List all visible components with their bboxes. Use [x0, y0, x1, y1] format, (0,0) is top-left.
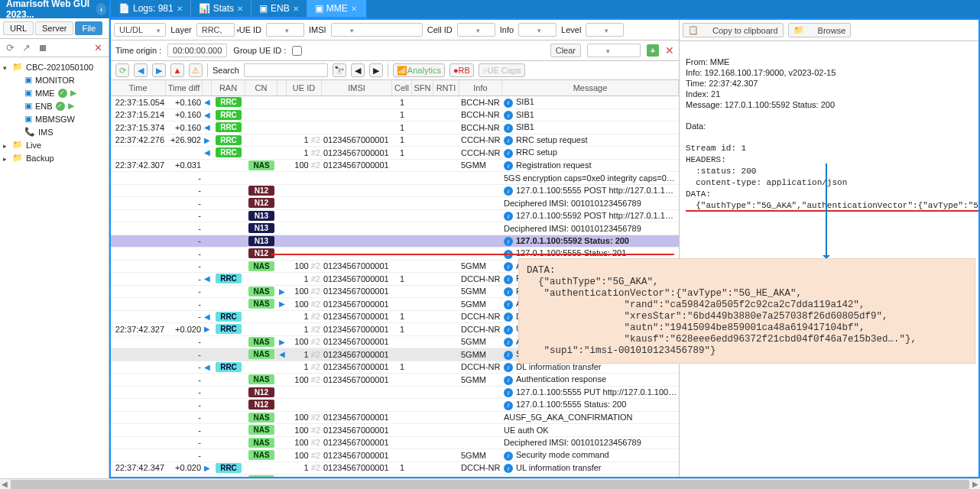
table-row[interactable]: -N12i127.0.1.100:5555 POST http://127.0.… [111, 185, 679, 198]
cellid-filter[interactable] [457, 23, 495, 37]
table-row[interactable]: -NAS100 #2012345670000015GMMiAuthenticat… [111, 374, 679, 387]
close-icon[interactable]: ✕ [237, 5, 243, 13]
table-row[interactable]: -N13Deciphered IMSI: 001010123456789 [111, 222, 679, 235]
table-row[interactable]: -NAS▶100 #2012345670000015GMMiSecurity m… [111, 474, 679, 477]
alert-icon[interactable]: ⚠ [189, 63, 203, 77]
scroll-left-icon[interactable]: ◀ [2, 480, 8, 488]
col-imsi[interactable]: IMSI [322, 80, 392, 96]
next-icon[interactable]: ▶ [152, 63, 166, 77]
table-row[interactable]: -N13i127.0.1.100:5592 Status: 200 [111, 235, 679, 248]
warn-icon[interactable]: ▲ [170, 63, 184, 77]
tree-mme[interactable]: MME ✓ ▶ [3, 86, 109, 99]
close-icon[interactable]: ✕ [351, 5, 357, 13]
detail-panel: 📋 Copy to clipboard 📁 Browse From: MME I… [679, 20, 978, 477]
scroll-right-icon[interactable]: ▶ [972, 480, 978, 488]
server-button[interactable]: Server [35, 21, 73, 35]
clear-target[interactable] [587, 44, 641, 57]
table-row[interactable]: -NAS100 #201234567000001AUSF_5G_AKA_CONF… [111, 412, 679, 425]
search-next-icon[interactable]: ▶ [369, 63, 383, 77]
detail-from: From: MME [686, 57, 729, 66]
app-title-text: Amarisoft Web GUI 2023... [6, 0, 96, 20]
timeorigin-input[interactable]: 00:00:00.000 [167, 44, 227, 57]
add-icon[interactable]: + [647, 44, 659, 57]
prev-icon[interactable]: ◀ [134, 63, 148, 77]
phone-icon: 📞 [24, 127, 35, 137]
col-cell[interactable]: Cell [392, 80, 412, 96]
table-row[interactable]: 22:37:15.374+0.160◀RRC1BCCH-NRiSIB1 [111, 121, 679, 134]
refresh-icon[interactable]: ⟳ [6, 42, 15, 53]
close-icon[interactable]: ✕ [293, 5, 299, 13]
info-filter[interactable] [518, 23, 557, 37]
detail-headers: Stream id: 1 HEADERS: :status: 200 conte… [686, 144, 847, 199]
play-icon: ▶ [68, 101, 74, 111]
stop-icon[interactable]: ⏹ [38, 42, 48, 53]
tab-enb[interactable]: ▣ENB✕ [251, 0, 307, 17]
tree-live[interactable]: Live [26, 141, 41, 150]
delete-icon[interactable]: ✕ [94, 42, 102, 53]
expand-icon[interactable] [3, 154, 9, 163]
table-row[interactable]: 22:37:42.307+0.031NAS100 #20123456700000… [111, 160, 679, 173]
level-filter[interactable] [586, 23, 624, 37]
url-button[interactable]: URL [3, 21, 34, 35]
binoc-icon[interactable]: 🔭 [333, 63, 346, 77]
table-row[interactable]: ◀RRC1 #2012345670000011CCCH-NRiRRC setup [111, 147, 679, 160]
tree-backup[interactable]: Backup [26, 154, 54, 163]
collapse-icon[interactable]: ‹ [96, 3, 106, 15]
tab-logs[interactable]: 📄Logs: 981✕ [111, 0, 191, 17]
col-rnti[interactable]: RNTI [433, 80, 459, 96]
close-icon[interactable]: ✕ [177, 5, 183, 13]
tree-ims[interactable]: 📞IMS [3, 125, 109, 138]
uecaps-button[interactable]: ○ UE Caps [479, 63, 525, 77]
expand-icon[interactable] [3, 63, 9, 72]
search-input[interactable] [244, 63, 328, 77]
copy-button[interactable]: 📋 Copy to clipboard [683, 23, 784, 37]
detail-info: Info: 192.168.100.17:9000, v2023-02-15 [686, 68, 836, 77]
col-ran[interactable]: RAN [212, 80, 245, 96]
col-cn[interactable]: CN [245, 80, 277, 96]
tab-mme[interactable]: ▣MME✕ [307, 0, 365, 17]
imsi-filter[interactable] [331, 23, 423, 37]
clear-button[interactable]: Clear [550, 44, 581, 57]
uldl-filter[interactable]: UL/DL [114, 23, 166, 37]
groupue-checkbox[interactable] [292, 46, 302, 56]
col-info[interactable]: Info [459, 80, 502, 96]
search-prev-icon[interactable]: ◀ [351, 63, 365, 77]
browse-button[interactable]: 📁 Browse [788, 23, 852, 37]
tree-enb[interactable]: ENB ✓ ▶ [3, 99, 109, 112]
table-row[interactable]: -N12Deciphered IMSI: 001010123456789 [111, 197, 679, 210]
table-row[interactable]: -N13i127.0.1.100:5592 POST http://127.0.… [111, 210, 679, 223]
table-row[interactable]: -5GS encryption caps=0xe0 integrity caps… [111, 172, 679, 185]
table-row[interactable]: 22:37:15.214+0.160◀RRC1BCCH-NRiSIB1 [111, 109, 679, 122]
goto-icon[interactable]: ↗ [22, 42, 31, 53]
table-row[interactable]: 22:37:15.054+0.160◀RRC1BCCH-NRiSIB1 [111, 96, 679, 109]
layer-filter[interactable]: RRC, [196, 23, 235, 37]
file-button[interactable]: File [75, 21, 102, 35]
table-row[interactable]: 22:37:42.347+0.020▶RRC1 #201234567000001… [111, 462, 679, 475]
table-row[interactable]: -NAS100 #201234567000001UE auth OK [111, 424, 679, 437]
col-ueid[interactable]: UE ID [287, 80, 322, 96]
table-row[interactable]: 22:37:42.276+26.902▶RRC1 #20123456700000… [111, 134, 679, 147]
folder-icon [12, 62, 23, 72]
tree-monitor[interactable]: MONITOR [3, 73, 109, 86]
table-row[interactable]: -N12i127.0.1.100:5555 PUT http://127.0.1… [111, 387, 679, 400]
tab-stats[interactable]: 📊Stats✕ [191, 0, 251, 17]
col-timediff[interactable]: Time diff [166, 80, 203, 96]
scroll-thumb[interactable] [11, 480, 969, 489]
check-icon: ✓ [58, 89, 67, 98]
ueid-filter[interactable] [266, 23, 304, 37]
table-row[interactable]: -N12i127.0.1.100:5555 Status: 200 [111, 399, 679, 412]
col-message[interactable]: Message [502, 80, 679, 96]
table-row[interactable]: -NAS100 #201234567000001Deciphered IMSI:… [111, 437, 679, 450]
table-row[interactable]: -NAS100 #2012345670000015GMMiSecurity mo… [111, 449, 679, 462]
refresh-icon[interactable]: ⟳ [115, 63, 129, 77]
horizontal-scrollbar[interactable]: ◀ ▶ [0, 478, 980, 489]
col-time[interactable]: Time [111, 80, 166, 96]
tree-root[interactable]: CBC-2021050100 [26, 63, 93, 72]
remove-icon[interactable]: ✕ [665, 44, 674, 57]
expand-icon[interactable] [3, 141, 9, 150]
rb-button[interactable]: ● RB [449, 63, 474, 77]
col-sfn[interactable]: SFN [412, 80, 433, 96]
tree-mbmsgw[interactable]: MBMSGW [3, 112, 109, 125]
analytics-button[interactable]: 📶 Analytics [393, 63, 445, 77]
detail-json: {"authType":"5G_AKA","authenticationVect… [686, 201, 978, 212]
